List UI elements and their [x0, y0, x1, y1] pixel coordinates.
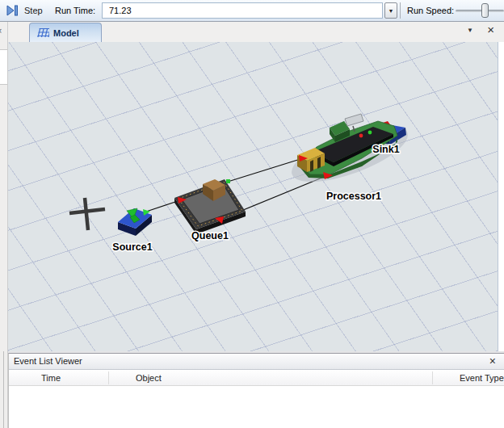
column-divider[interactable] — [108, 371, 109, 384]
model-scene: Source1 Queue1 Processor1 Sink1 — [8, 42, 498, 351]
dock-strip-line — [3, 351, 4, 428]
label-source1: Source1 — [112, 241, 152, 253]
label-queue1: Queue1 — [191, 230, 229, 241]
event-list-viewer-panel: Event List Viewer × Time Object Event Ty… — [8, 353, 504, 428]
run-speed-label: Run Speed: — [407, 6, 454, 15]
left-dock-strip: × — [0, 22, 8, 428]
step-button[interactable]: Step — [3, 2, 48, 19]
column-header-time[interactable]: Time — [41, 373, 61, 383]
tab-list-dropdown-icon[interactable]: ▼ — [467, 27, 473, 34]
model-3d-view[interactable]: Source1 Queue1 Processor1 Sink1 — [8, 42, 498, 351]
run-time-label: Run Time: — [55, 6, 95, 15]
application-window: Step Run Time: ▼ Run Speed: × Model ▼ × — [0, 0, 504, 428]
column-header-object[interactable]: Object — [136, 373, 162, 383]
tab-model[interactable]: Model — [29, 23, 102, 42]
label-processor1: Processor1 — [326, 191, 381, 202]
connection-queue1-processor1 — [228, 158, 303, 182]
event-table-body[interactable] — [9, 386, 504, 427]
tab-model-label: Model — [53, 28, 79, 38]
event-table-header: Time Object Event Type — [9, 370, 504, 386]
belt-green-dot — [368, 131, 372, 135]
queue1-object[interactable] — [174, 179, 246, 234]
tab-close-icon[interactable]: × — [487, 23, 494, 36]
column-divider[interactable] — [432, 371, 433, 384]
output-port-green-queue1 — [226, 179, 230, 183]
run-time-dropdown-button[interactable]: ▼ — [384, 2, 397, 19]
grid-plane-icon — [36, 27, 49, 38]
column-header-event-type[interactable]: Event Type — [460, 373, 504, 383]
dropdown-arrow-icon: ▼ — [388, 8, 394, 14]
simulation-toolbar: Step Run Time: ▼ Run Speed: — [0, 0, 504, 22]
play-step-icon — [5, 4, 19, 17]
label-sink1: Sink1 — [372, 144, 399, 155]
run-speed-slider-track[interactable] — [456, 10, 504, 12]
event-list-viewer-title: Event List Viewer — [14, 356, 82, 366]
document-tab-bar: Model ▼ × — [8, 22, 504, 42]
step-button-label: Step — [24, 6, 43, 15]
run-speed-slider-thumb[interactable] — [481, 3, 489, 18]
origin-crosshair-icon — [69, 198, 105, 230]
processor-panel-screen — [345, 114, 363, 126]
event-list-viewer-close-icon[interactable]: × — [489, 355, 496, 367]
belt-red-dot — [359, 134, 363, 138]
event-list-viewer-titlebar: Event List Viewer × — [9, 354, 504, 370]
clipped-close-icon: × — [0, 26, 2, 36]
toolbar-separator — [400, 2, 401, 19]
dock-strip-notch — [0, 49, 7, 85]
run-time-input[interactable] — [102, 2, 383, 19]
